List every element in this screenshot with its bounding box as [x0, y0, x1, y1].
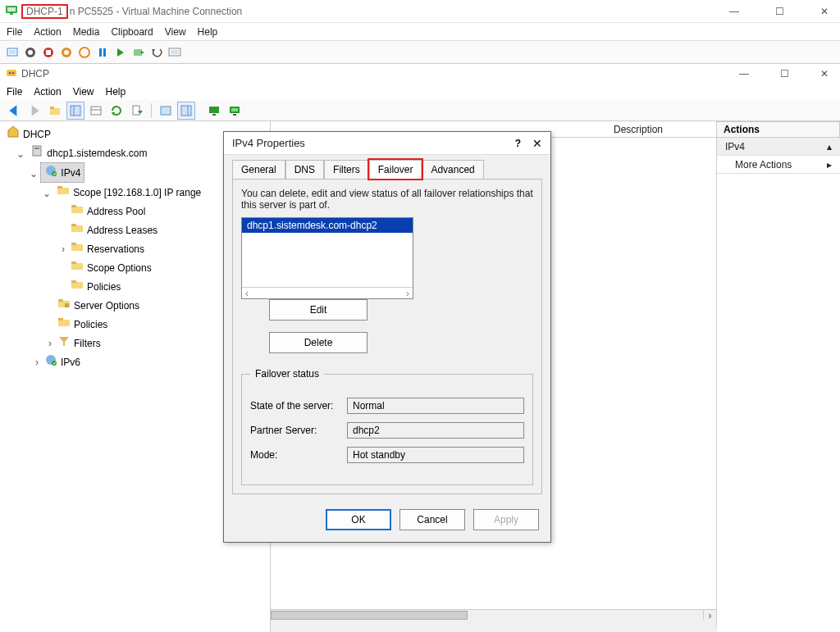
h-scrollbar[interactable]: ›	[271, 609, 716, 621]
vm-menubar: File Action Media Clipboard View Help	[0, 23, 840, 41]
failover-listbox[interactable]: dhcp1.sistemdesk.com-dhcp2 ‹›	[241, 217, 413, 299]
save-icon[interactable]	[77, 45, 92, 60]
tree-ipv4[interactable]: IPv4	[40, 162, 84, 183]
show-hide-tree-icon[interactable]	[66, 102, 84, 120]
dhcp-maximize-button[interactable]: ☐	[774, 65, 796, 83]
tab-filters[interactable]: Filters	[324, 160, 369, 179]
back-icon[interactable]	[5, 102, 23, 120]
dhcp-minimize-button[interactable]: —	[733, 65, 756, 83]
svg-point-22	[12, 71, 15, 74]
export-icon[interactable]	[128, 102, 146, 120]
listbox-hscroll[interactable]: ‹›	[242, 287, 413, 299]
tab-failover[interactable]: Failover	[369, 160, 422, 179]
enhanced-session-icon[interactable]	[167, 45, 182, 60]
apply-button[interactable]: Apply	[473, 509, 539, 530]
tab-dns[interactable]: DNS	[285, 160, 324, 179]
mode-value: Hot standby	[347, 447, 524, 463]
dhcp-menu-action[interactable]: Action	[34, 86, 61, 98]
tree-item-label: IPv6	[61, 355, 80, 370]
pause-icon[interactable]	[95, 45, 110, 60]
folder-icon	[57, 297, 71, 314]
dhcp-title: DHCP	[21, 68, 49, 80]
detail-icon[interactable]	[87, 102, 105, 120]
svg-rect-51	[71, 224, 76, 226]
start-icon[interactable]	[23, 45, 38, 60]
cancel-button[interactable]: Cancel	[399, 509, 465, 530]
partner-value: dhcp2	[347, 422, 524, 439]
forward-icon[interactable]	[25, 102, 43, 120]
tree-ipv4-label: IPv4	[61, 166, 80, 180]
vm-menu-view[interactable]: View	[165, 26, 186, 38]
toolbar-separator	[151, 103, 152, 118]
revert-icon[interactable]	[149, 45, 164, 60]
svg-rect-8	[46, 50, 51, 55]
delete-button[interactable]: Delete	[269, 332, 368, 353]
svg-rect-56	[71, 282, 83, 289]
minimize-button[interactable]: —	[723, 2, 746, 20]
tree-root-label: DHCP	[23, 127, 51, 142]
svg-rect-61	[58, 320, 70, 326]
col-description[interactable]: Description	[607, 124, 716, 135]
svg-rect-26	[50, 107, 54, 109]
ipv6-icon	[44, 353, 57, 371]
svg-point-65	[52, 361, 57, 366]
monitor2-icon[interactable]	[226, 102, 244, 120]
twisty-icon[interactable]: ›	[59, 242, 67, 257]
svg-rect-37	[209, 107, 219, 113]
twisty-icon[interactable]: ›	[33, 355, 41, 370]
vm-menu-action[interactable]: Action	[34, 26, 61, 38]
collapse-icon[interactable]: ▴	[827, 141, 832, 152]
failover-list-item[interactable]: dhcp1.sistemdesk.com-dhcp2	[242, 218, 413, 233]
vm-menu-file[interactable]: File	[7, 26, 22, 38]
svg-point-45	[52, 171, 57, 176]
dhcp-root-icon	[7, 125, 20, 143]
filter-icon[interactable]	[177, 102, 195, 120]
scroll-right-icon[interactable]: ›	[703, 610, 716, 621]
checkpoint-icon[interactable]	[131, 45, 146, 60]
tab-advanced[interactable]: Advanced	[422, 160, 483, 179]
twisty-icon[interactable]: ⌄	[16, 147, 25, 161]
tree-item-label: Address Pool	[87, 204, 145, 219]
vm-menu-clipboard[interactable]: Clipboard	[111, 26, 153, 38]
dhcp-menu-help[interactable]: Help	[106, 86, 126, 98]
properties-icon[interactable]	[157, 102, 175, 120]
actions-ipv4[interactable]: IPv4 ▴	[717, 138, 840, 156]
dialog-body: You can delete, edit and view status of …	[232, 179, 542, 494]
scrollbar-thumb[interactable]	[271, 611, 468, 620]
svg-rect-34	[161, 107, 171, 115]
close-icon[interactable]: ✕	[532, 137, 542, 150]
tree-scope[interactable]: Scope [192.168.1.0] IP range	[53, 183, 204, 202]
svg-rect-47	[57, 186, 62, 189]
mode-label: Mode:	[250, 449, 340, 461]
reset-icon[interactable]	[113, 45, 128, 60]
shutdown-icon[interactable]	[59, 45, 74, 60]
tree-server[interactable]: dhcp1.sistemdesk.com	[27, 143, 150, 162]
tab-general[interactable]: General	[232, 160, 285, 179]
up-icon[interactable]	[46, 102, 64, 120]
maximize-button[interactable]: ☐	[769, 2, 791, 20]
svg-rect-50	[71, 225, 83, 232]
monitor1-icon[interactable]	[205, 102, 223, 120]
dhcp-titlebar: DHCP — ☐ ✕	[0, 64, 840, 84]
twisty-icon[interactable]: ›	[46, 336, 54, 351]
actions-more[interactable]: More Actions ▸	[717, 156, 840, 174]
help-icon[interactable]: ?	[515, 138, 521, 149]
svg-rect-20	[7, 70, 16, 76]
vm-window: DHCP-1 n PC5525 - Virtual Machine Connec…	[0, 0, 840, 632]
vm-menu-media[interactable]: Media	[73, 26, 100, 38]
dhcp-menu-view[interactable]: View	[73, 86, 94, 98]
svg-rect-40	[231, 108, 238, 111]
ctrl-alt-del-icon[interactable]	[5, 45, 20, 60]
dialog-titlebar[interactable]: IPv4 Properties ? ✕	[224, 132, 550, 155]
turnoff-icon[interactable]	[41, 45, 56, 60]
twisty-icon[interactable]: ⌄	[43, 186, 51, 201]
dhcp-close-button[interactable]: ✕	[814, 65, 835, 83]
refresh-icon[interactable]	[107, 102, 126, 120]
dhcp-menu-file[interactable]: File	[7, 86, 22, 98]
twisty-icon[interactable]: ⌄	[30, 166, 38, 181]
svg-rect-29	[91, 107, 101, 115]
edit-button[interactable]: Edit	[269, 299, 368, 321]
ok-button[interactable]: OK	[326, 509, 391, 530]
vm-menu-help[interactable]: Help	[198, 26, 218, 38]
close-button[interactable]: ✕	[814, 2, 835, 20]
